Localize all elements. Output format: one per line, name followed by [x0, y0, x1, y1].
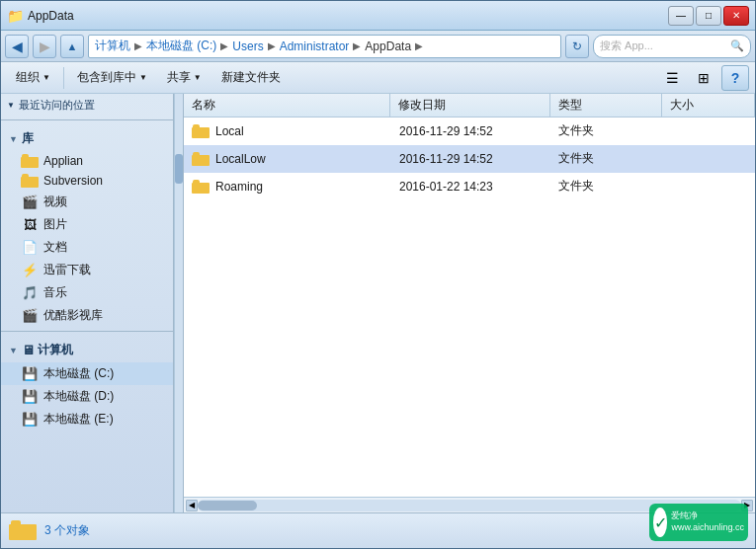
- sidebar-item-pictures[interactable]: 🖼 图片: [1, 213, 173, 236]
- libraries-header[interactable]: ▼ 库: [1, 124, 173, 151]
- share-button[interactable]: 共享 ▼: [158, 65, 210, 91]
- recent-locations-header[interactable]: ▼ 最近访问的位置: [1, 94, 173, 116]
- minimize-button[interactable]: —: [668, 6, 694, 26]
- new-folder-button[interactable]: 新建文件夹: [212, 65, 290, 91]
- drive-d-icon: 💾: [21, 389, 39, 405]
- h-scroll-left[interactable]: ◀: [186, 500, 198, 511]
- status-folder-icon: [9, 520, 37, 542]
- recent-label: 最近访问的位置: [19, 98, 95, 113]
- file-type-local: 文件夹: [550, 118, 662, 144]
- sidebar-item-music[interactable]: 🎵 音乐: [1, 281, 173, 304]
- maximize-button[interactable]: □: [696, 6, 721, 26]
- title-bar-left: 📁 AppData: [7, 8, 74, 24]
- file-date-localow: 2016-11-29 14:52: [391, 145, 550, 172]
- share-arrow: ▼: [194, 73, 202, 82]
- window-controls: — □ ✕: [668, 6, 749, 26]
- file-size-roaming: [662, 173, 755, 199]
- back-button[interactable]: ◀: [5, 35, 29, 58]
- col-header-date[interactable]: 修改日期: [390, 94, 549, 117]
- file-size-localow: [662, 145, 755, 172]
- sidebar-scrollbar-thumb[interactable]: [175, 154, 183, 184]
- status-bar: 3 个对象: [1, 512, 755, 548]
- organize-button[interactable]: 组织 ▼: [7, 65, 59, 91]
- include-arrow: ▼: [139, 73, 147, 82]
- address-bar: ◀ ▶ ▲ 计算机 ▶ 本地磁盘 (C:) ▶ Users ▶ Administ…: [1, 31, 755, 62]
- watermark: ✓ 爱纯净 www.aichunling.cc: [649, 504, 748, 541]
- search-box[interactable]: 搜索 App... 🔍: [593, 35, 751, 58]
- sidebar-item-documents[interactable]: 📄 文档: [1, 236, 173, 259]
- pictures-icon: 🖼: [21, 217, 39, 233]
- status-count: 3 个对象: [44, 522, 90, 539]
- table-row[interactable]: Local 2016-11-29 14:52 文件夹: [184, 118, 755, 145]
- file-type-localow: 文件夹: [550, 145, 662, 172]
- organize-arrow: ▼: [42, 73, 50, 82]
- include-library-button[interactable]: 包含到库中 ▼: [68, 65, 156, 91]
- pictures-label: 图片: [43, 216, 67, 233]
- sidebar-item-drive-e[interactable]: 💾 本地磁盘 (E:): [1, 408, 173, 431]
- refresh-button[interactable]: ↻: [565, 35, 589, 58]
- watermark-icon: ✓: [653, 508, 667, 537]
- file-name-local: Local: [184, 118, 391, 144]
- file-size-local: [662, 118, 755, 144]
- toolbar-sep-1: [63, 67, 64, 89]
- path-sep-2: ▶: [220, 40, 228, 51]
- file-date-roaming: 2016-01-22 14:23: [391, 173, 550, 199]
- up-button[interactable]: ▲: [60, 35, 84, 58]
- col-header-size[interactable]: 大小: [662, 94, 755, 117]
- watermark-text: 爱纯净 www.aichunling.cc: [671, 510, 744, 533]
- computer-header[interactable]: ▼ 🖥 计算机: [1, 336, 173, 362]
- subversion-label: Subversion: [43, 174, 103, 188]
- path-sep-5: ▶: [415, 40, 423, 51]
- sidebar-item-drive-d[interactable]: 💾 本地磁盘 (D:): [1, 385, 173, 408]
- close-button[interactable]: ✕: [723, 6, 749, 26]
- col-header-type[interactable]: 类型: [550, 94, 662, 117]
- forward-button[interactable]: ▶: [33, 35, 56, 58]
- path-segment-3[interactable]: Administrator: [280, 39, 350, 53]
- computer-arrow-icon: ▼: [9, 346, 18, 355]
- libraries-arrow-icon: ▼: [9, 134, 18, 144]
- recent-arrow-icon: ▼: [7, 101, 15, 110]
- subversion-folder-icon: [21, 174, 39, 188]
- toolbar-right: ☰ ⊞ ?: [658, 65, 749, 91]
- applian-folder-icon: [21, 154, 39, 168]
- sidebar-item-youku[interactable]: 🎬 优酷影视库: [1, 304, 173, 327]
- column-header: 名称 修改日期 类型 大小: [184, 94, 755, 118]
- file-list: 名称 修改日期 类型 大小 Local 2016-11-29 14:52 文件夹: [184, 94, 755, 512]
- title-bar: 📁 AppData — □ ✕: [1, 1, 755, 31]
- drive-d-label: 本地磁盘 (D:): [43, 388, 114, 405]
- sidebar-scrollbar[interactable]: [174, 94, 184, 512]
- sidebar-divider-1: [1, 119, 173, 120]
- search-icon[interactable]: 🔍: [730, 39, 744, 52]
- toolbar: 组织 ▼ 包含到库中 ▼ 共享 ▼ 新建文件夹 ☰ ⊞ ?: [1, 62, 755, 94]
- sidebar-item-xunlei[interactable]: ⚡ 迅雷下载: [1, 259, 173, 281]
- h-scroll-thumb[interactable]: [198, 501, 257, 510]
- drive-c-label: 本地磁盘 (C:): [43, 365, 114, 382]
- drive-c-icon: 💾: [21, 366, 39, 382]
- path-sep-4: ▶: [353, 40, 361, 51]
- path-segment-2[interactable]: Users: [232, 39, 263, 53]
- path-sep-3: ▶: [268, 40, 276, 51]
- folder-icon: 📁: [7, 8, 24, 24]
- music-label: 音乐: [43, 284, 67, 301]
- table-row[interactable]: LocalLow 2016-11-29 14:52 文件夹: [184, 145, 755, 173]
- file-name-localow: LocalLow: [184, 145, 391, 172]
- table-row[interactable]: Roaming 2016-01-22 14:23 文件夹: [184, 173, 755, 200]
- sidebar-item-drive-c[interactable]: 💾 本地磁盘 (C:): [1, 362, 173, 385]
- main-area: ▼ 最近访问的位置 ▼ 库 Applian Subversion 🎬 视频: [1, 94, 755, 512]
- address-path[interactable]: 计算机 ▶ 本地磁盘 (C:) ▶ Users ▶ Administrator …: [88, 35, 561, 58]
- col-header-name[interactable]: 名称: [184, 94, 390, 117]
- video-label: 视频: [43, 194, 67, 210]
- xunlei-icon: ⚡: [21, 263, 39, 278]
- path-sep-1: ▶: [134, 40, 142, 51]
- path-segment-1[interactable]: 本地磁盘 (C:): [146, 38, 216, 54]
- sidebar-item-video[interactable]: 🎬 视频: [1, 191, 173, 213]
- help-button[interactable]: ?: [721, 65, 749, 91]
- view-icons-button[interactable]: ⊞: [690, 65, 717, 91]
- path-segment-4[interactable]: AppData: [365, 39, 411, 53]
- sidebar-item-applian[interactable]: Applian: [1, 151, 173, 171]
- path-segment-0[interactable]: 计算机: [95, 38, 130, 54]
- view-details-button[interactable]: ☰: [658, 65, 686, 91]
- sidebar-item-subversion[interactable]: Subversion: [1, 171, 173, 191]
- file-name-roaming: Roaming: [184, 173, 391, 199]
- computer-label: 计算机: [38, 342, 73, 358]
